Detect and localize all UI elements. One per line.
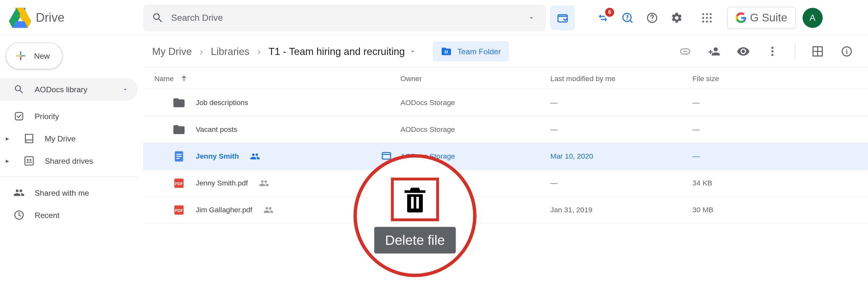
table-row[interactable]: PDFJenny Smith.pdfAODocs Storage—34 KB [143,170,868,196]
gsuite-badge[interactable]: G Suite [727,6,796,29]
svg-point-8 [627,19,628,20]
people-icon [13,187,25,198]
table-row[interactable]: PDFJim Gallagher.pdfAODocs StorageJan 31… [143,196,868,223]
svg-point-26 [772,50,773,52]
plus-icon [14,49,28,63]
svg-point-17 [702,21,704,22]
gdoc-icon [172,149,186,163]
team-folder-chip[interactable]: Team Folder [433,41,509,62]
file-modified: — [550,125,692,134]
offline-sync-icon[interactable]: 6 [591,5,615,30]
svg-point-22 [27,159,29,161]
svg-point-30 [846,49,847,50]
team-folder-icon [441,46,452,57]
svg-point-18 [706,21,708,22]
expand-icon[interactable]: ▸ [6,135,14,143]
svg-rect-21 [25,157,33,165]
svg-text:PDF: PDF [175,181,183,186]
sidebar-item-priority[interactable]: Priority [0,105,138,128]
svg-point-23 [29,159,31,161]
file-modified: — [550,98,692,107]
sidebar-item-recent[interactable]: Recent [0,204,138,226]
svg-point-15 [706,16,708,19]
settings-gear-icon[interactable] [664,5,689,30]
file-name: Job descriptions [196,98,248,107]
chevron-right-icon: › [257,46,261,58]
svg-point-11 [702,13,704,15]
sidebar-item-label: Priority [35,112,59,121]
sidebar-item-my-drive[interactable]: ▸ My Drive [0,128,138,150]
search-input[interactable] [169,12,520,23]
file-owner: AODocs Storage [400,98,550,107]
aodocs-extension-icon[interactable] [550,5,575,30]
search-icon[interactable] [147,6,169,29]
column-header-size[interactable]: File size [692,74,868,82]
breadcrumb-label: T1 - Team hiring and recruiting [269,46,405,58]
sidebar-item-aodocs-library[interactable]: AODocs library [0,78,138,101]
sidebar: New AODocs library Priority ▸ My Drive [0,36,143,286]
table-header: Name Owner Last modified by me File size [143,67,868,90]
file-owner: AODocs Storage [400,179,550,187]
file-owner: AODocs Storage [400,152,550,160]
sidebar-item-shared-drives[interactable]: ▸ Shared drives [0,150,138,172]
chevron-down-icon [122,86,129,93]
chevron-down-icon [409,48,416,55]
aodocs-badge-icon [380,149,393,162]
breadcrumb-item[interactable]: Libraries [207,43,254,60]
sort-asc-icon [179,74,188,83]
sidebar-item-label: My Drive [45,134,76,143]
preview-eye-icon[interactable] [733,41,753,62]
add-people-icon[interactable] [704,41,724,62]
file-owner: AODocs Storage [400,206,550,214]
svg-rect-20 [16,112,23,120]
folder-toolbar: My Drive › Libraries › T1 - Team hiring … [143,36,868,67]
table-row[interactable]: Job descriptionsAODocs Storage—— [143,90,868,116]
breadcrumb: My Drive › Libraries › T1 - Team hiring … [148,43,421,60]
svg-rect-33 [177,156,182,157]
help-icon[interactable] [640,5,664,30]
account-avatar[interactable]: A [803,8,823,28]
sidebar-item-label: Shared with me [35,188,89,197]
table-row[interactable]: Jenny SmithAODocs StorageMar 10, 2020— [143,143,868,170]
table-row[interactable]: Vacant postsAODocs Storage—— [143,116,868,143]
team-folder-label: Team Folder [457,47,501,56]
file-name: Jenny Smith [196,152,239,160]
my-drive-icon [24,133,35,144]
apps-grid-icon[interactable] [695,5,719,30]
svg-point-19 [710,21,712,22]
view-details-icon[interactable] [837,41,857,62]
drive-logo-link[interactable]: Drive [9,6,143,29]
shared-icon [259,178,270,188]
search-bar[interactable] [143,4,546,31]
more-actions-icon[interactable] [762,41,782,62]
file-name: Vacant posts [196,125,238,134]
sidebar-item-label: AODocs library [35,85,88,94]
sidebar-item-label: Shared drives [45,156,93,165]
sidebar-item-shared-with-me[interactable]: Shared with me [0,182,138,204]
breadcrumb-item[interactable]: My Drive [148,43,196,60]
file-list: Job descriptionsAODocs Storage——Vacant p… [143,90,868,223]
file-size: — [692,152,868,160]
file-owner: AODocs Storage [400,125,550,134]
folder-icon [172,96,186,109]
file-name: Jenny Smith.pdf [196,179,248,187]
search-icon [13,84,25,95]
new-button[interactable]: New [6,42,63,69]
file-modified: Mar 10, 2020 [550,152,692,160]
column-header-modified[interactable]: Last modified by me [550,74,692,82]
search-options-dropdown[interactable] [520,6,542,29]
file-modified: Jan 31, 2019 [550,206,692,214]
svg-point-13 [710,13,712,15]
column-header-name[interactable]: Name [143,74,400,83]
expand-icon[interactable]: ▸ [6,157,14,165]
grid-view-icon[interactable] [808,41,828,62]
support-assist-icon[interactable] [615,5,640,30]
file-size: 30 MB [692,206,868,214]
file-modified: — [550,179,692,187]
get-link-icon[interactable] [675,41,695,62]
breadcrumb-current[interactable]: T1 - Team hiring and recruiting [264,43,421,60]
notification-badge: 6 [605,8,614,16]
column-header-owner[interactable]: Owner [400,74,550,82]
svg-point-16 [710,16,712,19]
svg-point-25 [772,47,773,49]
